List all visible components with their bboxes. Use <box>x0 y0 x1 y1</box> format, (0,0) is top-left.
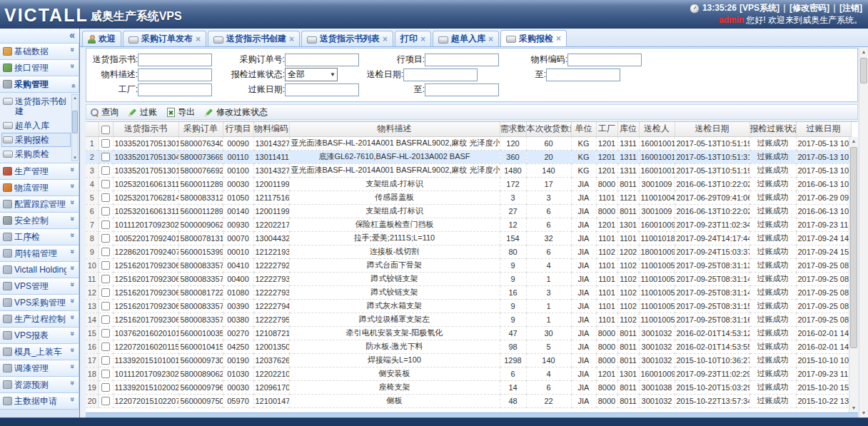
tab-5[interactable]: 超单入库× <box>433 31 499 46</box>
close-icon[interactable]: × <box>383 36 388 43</box>
row-checkbox[interactable] <box>101 356 110 365</box>
scroll-down-icon[interactable]: ▼ <box>862 409 867 417</box>
column-header-8[interactable]: 工厂 <box>596 122 617 136</box>
row-checkbox[interactable] <box>101 139 110 148</box>
row-checkbox[interactable] <box>101 383 110 392</box>
submenu-scrollbar[interactable]: ▲▼ <box>71 94 79 161</box>
form-input-0-3[interactable] <box>567 54 642 66</box>
sidebar-group-5[interactable]: 配置跟踪管理» <box>0 196 79 213</box>
header-link-0[interactable]: [VPS系统] <box>740 3 779 13</box>
column-header-0[interactable]: 送货指示书 <box>113 122 178 136</box>
table-row[interactable]: 710111201709230250000090620093012202217保… <box>86 218 851 231</box>
row-checkbox[interactable] <box>101 234 110 243</box>
toolbar-button-3[interactable]: 修改过账状态 <box>205 106 268 118</box>
row-checkbox[interactable] <box>101 315 110 324</box>
toolbar-button-1[interactable]: 过账 <box>128 106 157 118</box>
form-input-1-0[interactable] <box>138 69 212 81</box>
table-row[interactable]: 110335201705130158000763400009013014327亚… <box>86 136 851 150</box>
sidebar-group-16[interactable]: 资源预测» <box>0 377 79 393</box>
sidebar-group-15[interactable]: 调漆管理» <box>0 360 79 377</box>
row-checkbox[interactable] <box>101 288 110 297</box>
table-row[interactable]: 810052201709240158000781310007013004432拉… <box>86 231 851 245</box>
sidebar-group-6[interactable]: 安全控制» <box>0 213 79 229</box>
column-header-5[interactable]: 需求数量 <box>500 122 526 136</box>
tab-2[interactable]: 送货指示书创建× <box>208 31 300 46</box>
sidebar-group-11[interactable]: VPS采购管理» <box>0 295 79 311</box>
table-row[interactable]: 1412516201709230658000833570038012222795… <box>86 313 851 326</box>
page-scrollbar[interactable]: ▲ ▼ <box>859 48 868 417</box>
header-link-2[interactable]: [注销] <box>839 3 862 13</box>
row-checkbox[interactable] <box>101 248 110 256</box>
row-checkbox[interactable] <box>101 397 110 405</box>
close-icon[interactable]: × <box>196 36 201 43</box>
table-row[interactable]: 1911339201510200256000097960003012096170… <box>86 380 851 394</box>
column-header-11[interactable]: 送检日期 <box>675 122 750 136</box>
table-row[interactable]: 1112516201709230658000833570040012222793… <box>86 272 851 285</box>
sidebar-group-2[interactable]: 采购管理» <box>0 76 79 93</box>
scroll-thumb[interactable] <box>72 111 78 133</box>
sidebar-group-9[interactable]: Victall Holding» <box>0 262 79 278</box>
table-row[interactable]: 1810111201709230258000890620103012202210… <box>86 367 851 380</box>
scroll-up-icon[interactable]: ▲ <box>852 137 857 146</box>
scroll-thumb[interactable] <box>860 58 867 83</box>
close-icon[interactable]: × <box>420 36 425 43</box>
close-icon[interactable]: × <box>289 36 294 43</box>
select-all-checkbox[interactable] <box>101 126 110 134</box>
tab-welcome[interactable]: 欢迎 <box>82 31 121 46</box>
form-input-0-0[interactable] <box>138 54 212 66</box>
row-checkbox[interactable] <box>101 329 110 338</box>
row-checkbox[interactable] <box>101 166 110 175</box>
sidebar-group-7[interactable]: 工序检» <box>0 229 79 245</box>
table-row[interactable]: 310335201705130158000766920010013014327亚… <box>86 163 851 177</box>
row-checkbox[interactable] <box>101 343 110 351</box>
table-row[interactable]: 610253201606131156000112890014012001199支… <box>86 204 851 218</box>
header-link-1[interactable]: [修改密码] <box>789 3 829 13</box>
sidebar-group-0[interactable]: 基础数据» <box>0 44 79 60</box>
row-checkbox[interactable] <box>101 302 110 310</box>
sidebar-group-14[interactable]: 模具_上装车» <box>0 344 79 360</box>
row-checkbox[interactable] <box>101 193 110 202</box>
table-row[interactable]: 1612207201602011556000104150425012001350… <box>86 340 851 353</box>
column-header-10[interactable]: 送检人 <box>639 122 675 136</box>
posting-status-select[interactable]: 全部▼ <box>285 68 338 81</box>
row-checkbox[interactable] <box>101 261 110 270</box>
scroll-up-icon[interactable]: ▲ <box>862 48 867 56</box>
scroll-thumb[interactable] <box>850 147 857 348</box>
toolbar-button-0[interactable]: 查询 <box>91 106 118 118</box>
sidebar-group-3[interactable]: 生产管理» <box>0 163 79 180</box>
form-input-1-2[interactable] <box>403 69 478 81</box>
sidebar-group-13[interactable]: VPS报表» <box>0 328 79 344</box>
form-input-1-3[interactable] <box>546 69 620 81</box>
close-icon[interactable]: × <box>488 36 493 43</box>
tab-1[interactable]: 采购订单发布× <box>123 31 206 46</box>
table-scrollbar[interactable]: ▲ ▼ <box>849 137 858 412</box>
sidebar-group-12[interactable]: 生产过程控制» <box>0 311 79 328</box>
table-row[interactable]: 410253201606131156000112890003012001199支… <box>86 177 851 191</box>
form-input-2-1[interactable] <box>285 83 359 96</box>
row-checkbox[interactable] <box>101 370 110 378</box>
sidebar-collapse-button[interactable]: « <box>0 29 79 44</box>
scroll-up-icon[interactable]: ▲ <box>73 95 77 101</box>
table-row[interactable]: 210335201705130458000736690011013011411底… <box>86 150 851 163</box>
table-row[interactable]: 1012516201709230658000833570041012222792… <box>86 258 851 272</box>
close-icon[interactable]: × <box>556 35 561 42</box>
column-header-12[interactable]: 报检过账状态 <box>750 122 796 136</box>
column-header-6[interactable]: 本次收货数量 <box>526 122 571 136</box>
column-header-2[interactable]: 行项目 <box>223 122 253 136</box>
sidebar-group-4[interactable]: 物流管理» <box>0 180 79 196</box>
sidebar-item-2[interactable]: 采购报检 <box>1 133 71 147</box>
row-checkbox[interactable] <box>101 275 110 283</box>
column-header-9[interactable]: 库位 <box>617 122 639 136</box>
sidebar-item-0[interactable]: 送货指示书创建 <box>1 94 71 118</box>
row-checkbox[interactable] <box>101 220 110 229</box>
table-row[interactable]: 912286201709240756000153990001012122193连… <box>86 245 851 258</box>
row-checkbox[interactable] <box>101 180 110 188</box>
column-header-4[interactable]: 物料描述 <box>289 122 500 136</box>
scroll-down-icon[interactable]: ▼ <box>73 155 77 161</box>
toolbar-button-2[interactable]: 导出 <box>167 106 195 118</box>
table-row[interactable]: 510253201706281458000833120105012117516传… <box>86 191 851 204</box>
column-header-13[interactable]: 过账日期 <box>796 122 851 136</box>
sidebar-group-8[interactable]: 周转箱管理» <box>0 245 79 262</box>
sidebar-group-1[interactable]: 接口管理» <box>0 60 79 76</box>
table-row[interactable]: 1711339201510100156000097300019012037626… <box>86 353 851 367</box>
